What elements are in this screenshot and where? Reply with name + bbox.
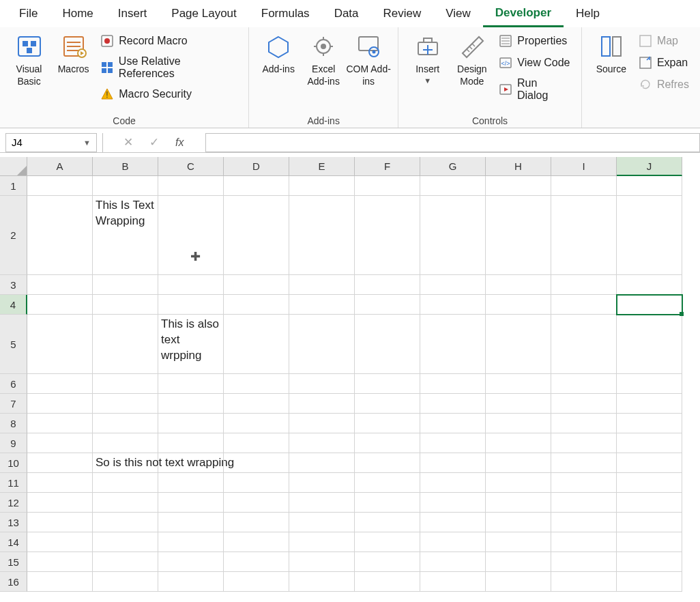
cell-H5[interactable] (486, 315, 551, 374)
cell-J16[interactable] (617, 572, 682, 592)
cell-G16[interactable] (420, 572, 486, 592)
visual-basic-button[interactable]: Visual Basic (7, 30, 51, 87)
cell-H10[interactable] (486, 453, 551, 473)
cell-H11[interactable] (486, 473, 551, 493)
cell-H7[interactable] (486, 394, 551, 414)
cell-I6[interactable] (551, 374, 617, 394)
cell-E7[interactable] (289, 394, 355, 414)
cell-C8[interactable] (158, 414, 224, 433)
cell-H14[interactable] (486, 532, 551, 552)
cell-C12[interactable] (158, 493, 224, 513)
cell-D12[interactable] (224, 493, 289, 513)
cell-H2[interactable] (486, 196, 551, 275)
cell-B14[interactable] (93, 532, 158, 552)
cell-I13[interactable] (551, 513, 617, 532)
cell-C3[interactable] (158, 275, 224, 295)
cell-I16[interactable] (551, 572, 617, 592)
cell-G10[interactable] (420, 453, 486, 473)
tab-developer[interactable]: Developer (483, 1, 564, 27)
cell-E13[interactable] (289, 513, 355, 532)
cell-A11[interactable] (27, 473, 93, 493)
cell-A12[interactable] (27, 493, 93, 513)
source-button[interactable]: Source (589, 30, 634, 75)
cell-J2[interactable] (617, 196, 682, 275)
cell-C7[interactable] (158, 394, 224, 414)
cell-A6[interactable] (27, 374, 93, 394)
cell-F2[interactable] (355, 196, 420, 275)
record-macro-button[interactable]: Record Macro (96, 30, 242, 52)
col-header-F[interactable]: F (355, 157, 420, 176)
row-header-5[interactable]: 5 (0, 315, 27, 374)
cell-C10[interactable] (158, 453, 224, 473)
cell-B13[interactable] (93, 513, 158, 532)
cell-C15[interactable] (158, 552, 224, 572)
cell-B12[interactable] (93, 493, 158, 513)
cell-E12[interactable] (289, 493, 355, 513)
cell-J13[interactable] (617, 513, 682, 532)
excel-addins-button[interactable]: Excel Add-ins (301, 30, 346, 87)
cell-C13[interactable] (158, 513, 224, 532)
cell-A4[interactable] (27, 295, 93, 315)
cell-B7[interactable] (93, 394, 158, 414)
cell-J12[interactable] (617, 493, 682, 513)
row-header-6[interactable]: 6 (0, 374, 27, 394)
cell-H13[interactable] (486, 513, 551, 532)
cell-E3[interactable] (289, 275, 355, 295)
cell-E11[interactable] (289, 473, 355, 493)
cell-H4[interactable] (486, 295, 551, 315)
cell-G3[interactable] (420, 275, 486, 295)
cell-A1[interactable] (27, 176, 93, 196)
use-relative-button[interactable]: Use Relative References (96, 52, 242, 83)
cell-F7[interactable] (355, 394, 420, 414)
row-header-11[interactable]: 11 (0, 473, 27, 493)
cell-G12[interactable] (420, 493, 486, 513)
cell-B11[interactable] (93, 473, 158, 493)
cell-D4[interactable] (224, 295, 289, 315)
cell-D15[interactable] (224, 552, 289, 572)
cell-A14[interactable] (27, 532, 93, 552)
cell-C11[interactable] (158, 473, 224, 493)
cell-D10[interactable] (224, 453, 289, 473)
name-box[interactable]: J4 ▼ (5, 133, 97, 152)
cell-D1[interactable] (224, 176, 289, 196)
cell-H12[interactable] (486, 493, 551, 513)
cell-A15[interactable] (27, 552, 93, 572)
cell-A9[interactable] (27, 433, 93, 453)
col-header-D[interactable]: D (224, 157, 289, 176)
row-header-7[interactable]: 7 (0, 394, 27, 414)
cell-H1[interactable] (486, 176, 551, 196)
row-header-12[interactable]: 12 (0, 493, 27, 513)
cell-B1[interactable] (93, 176, 158, 196)
cell-B10[interactable]: So is this not text wrapping (93, 453, 158, 473)
cell-J7[interactable] (617, 394, 682, 414)
cell-G11[interactable] (420, 473, 486, 493)
cell-A8[interactable] (27, 414, 93, 433)
cell-B6[interactable] (93, 374, 158, 394)
col-header-A[interactable]: A (27, 157, 93, 176)
addins-button[interactable]: Add-ins (256, 30, 301, 75)
cell-D3[interactable] (224, 275, 289, 295)
cell-G15[interactable] (420, 552, 486, 572)
expand-button[interactable]: Expan (634, 52, 693, 74)
cell-I4[interactable] (551, 295, 617, 315)
cell-D9[interactable] (224, 433, 289, 453)
cell-B3[interactable] (93, 275, 158, 295)
cell-H8[interactable] (486, 414, 551, 433)
cell-E8[interactable] (289, 414, 355, 433)
row-header-3[interactable]: 3 (0, 275, 27, 295)
cell-J6[interactable] (617, 374, 682, 394)
cell-B9[interactable] (93, 433, 158, 453)
cell-D14[interactable] (224, 532, 289, 552)
cell-E16[interactable] (289, 572, 355, 592)
cell-E4[interactable] (289, 295, 355, 315)
cell-D8[interactable] (224, 414, 289, 433)
cell-B2[interactable]: This Is Text Wrapping (93, 196, 158, 275)
com-addins-button[interactable]: COM Add-ins (346, 30, 391, 87)
cell-G7[interactable] (420, 394, 486, 414)
cell-F12[interactable] (355, 493, 420, 513)
cell-D11[interactable] (224, 473, 289, 493)
tab-review[interactable]: Review (371, 1, 434, 26)
cell-F9[interactable] (355, 433, 420, 453)
fx-icon[interactable]: fx (175, 137, 184, 149)
select-all-corner[interactable] (0, 157, 27, 176)
